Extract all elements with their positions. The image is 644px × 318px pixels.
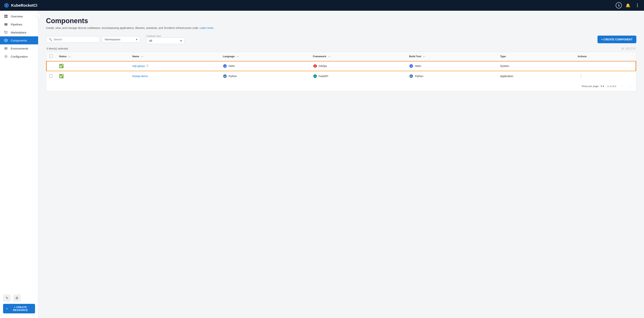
row1-name-cell: edp-gitops ⓘ bbox=[129, 61, 220, 71]
search-input[interactable] bbox=[54, 38, 97, 41]
python-language-icon: Py bbox=[223, 74, 227, 78]
sidebar-environments-label: Environments bbox=[11, 47, 28, 50]
pagination: Rows per page: 5 ▾ 1–2 of 2 ‹ › bbox=[46, 81, 636, 91]
status-ok-icon: ✅ bbox=[59, 74, 64, 78]
row1-checkbox-cell bbox=[46, 61, 56, 71]
language-sort-icon: ▲▼ bbox=[236, 56, 239, 57]
svg-rect-6 bbox=[4, 24, 8, 25]
th-checkbox bbox=[46, 52, 56, 61]
row2-language-cell: Py Python bbox=[220, 71, 310, 81]
sidebar-item-configuration[interactable]: Configuration bbox=[0, 52, 38, 60]
rows-per-page-select[interactable]: 5 ▾ bbox=[601, 85, 604, 88]
svg-point-8 bbox=[5, 33, 6, 34]
selection-count: 0 item(s) selected bbox=[47, 47, 68, 50]
sidebar-components-label: Components bbox=[11, 39, 27, 42]
create-resource-button[interactable]: + + CREATE RESOURCE bbox=[3, 304, 35, 314]
row2-name-cell: fastapi-demo bbox=[129, 71, 220, 81]
sidebar-overview-label: Overview bbox=[11, 15, 23, 18]
settings-icon-button[interactable]: ⚙ bbox=[13, 294, 21, 302]
namespaces-select[interactable]: Namespaces ▾ bbox=[102, 36, 140, 43]
more-icon: ⋮ bbox=[635, 3, 639, 8]
delete-label: DELETE bbox=[625, 47, 636, 50]
th-status[interactable]: Status ▲▼ bbox=[56, 52, 129, 61]
svg-point-15 bbox=[6, 56, 6, 57]
delete-button: 🗑 DELETE bbox=[622, 47, 636, 50]
rows-per-page-group: Rows per page: 5 ▾ bbox=[582, 85, 604, 88]
delete-icon: 🗑 bbox=[622, 47, 624, 50]
page-description: Create, view, and manage diverse codebas… bbox=[46, 26, 636, 29]
th-build-tool[interactable]: Build Tool ▲▼ bbox=[406, 52, 497, 61]
table-row: ✅ fastapi-demo Py Python bbox=[46, 71, 636, 81]
row1-framework-cell: G GitOps bbox=[310, 61, 406, 71]
sidebar-pipelines-label: Pipelines bbox=[11, 23, 22, 26]
sidebar-bottom: ✎ ⚙ + + CREATE RESOURCE bbox=[0, 291, 38, 317]
toolbar: 🔍 Namespaces ▾ Codebase Type All ▾ + CRE… bbox=[46, 35, 636, 44]
sidebar-configuration-label: Configuration bbox=[11, 55, 28, 58]
svg-rect-4 bbox=[6, 16, 8, 18]
app-logo[interactable]: KubeRocketCI bbox=[4, 3, 616, 8]
sidebar-item-environments[interactable]: Environments bbox=[0, 44, 38, 52]
status-sort-icon: ▲▼ bbox=[68, 56, 71, 57]
select-all-checkbox[interactable] bbox=[50, 54, 52, 58]
component-name-link[interactable]: edp-gitops ⓘ bbox=[132, 64, 217, 68]
main-content: Components Create, view, and manage dive… bbox=[38, 11, 644, 318]
sidebar-marketplace-label: Marketplace bbox=[11, 31, 26, 34]
component-name-link[interactable]: fastapi-demo bbox=[132, 75, 217, 78]
row1-status-cell: ✅ bbox=[56, 61, 129, 71]
sidebar-collapse-button[interactable]: ‹ bbox=[36, 13, 41, 19]
sidebar-item-components[interactable]: Components bbox=[0, 36, 38, 44]
svg-text:Py: Py bbox=[410, 76, 412, 77]
rows-per-page-chevron-icon: ▾ bbox=[603, 85, 604, 88]
sidebar-item-marketplace[interactable]: Marketplace bbox=[0, 28, 38, 36]
sidebar: ‹ Overview Pipelines Marketplace Compone bbox=[0, 11, 38, 318]
codebase-type-select[interactable]: All ▾ bbox=[146, 37, 184, 44]
next-page-button[interactable]: › bbox=[628, 83, 633, 89]
search-icon: 🔍 bbox=[49, 38, 52, 41]
gitops-framework-icon: G bbox=[313, 64, 317, 68]
top-navigation: KubeRocketCI ℹ 🔔 ⋮ bbox=[0, 0, 644, 11]
svg-rect-1 bbox=[4, 15, 6, 16]
codebase-type-value: All bbox=[149, 39, 152, 42]
prev-page-button[interactable]: ‹ bbox=[619, 83, 625, 89]
svg-rect-5 bbox=[4, 23, 8, 24]
edit-icon-button[interactable]: ✎ bbox=[3, 294, 11, 302]
components-icon bbox=[4, 39, 8, 42]
pipelines-icon bbox=[4, 22, 8, 26]
configuration-icon bbox=[4, 55, 8, 58]
name-sort-icon: ▲▼ bbox=[140, 56, 144, 57]
settings-icon: ⚙ bbox=[15, 296, 18, 300]
edit-icon: ✎ bbox=[6, 296, 8, 300]
th-name[interactable]: Name ▲▼ bbox=[129, 52, 220, 61]
python-buildtool-icon: Py bbox=[409, 74, 413, 78]
marketplace-icon bbox=[4, 31, 8, 34]
build-tool-sort-icon: ▲▼ bbox=[422, 56, 426, 57]
th-actions: Actions bbox=[574, 52, 636, 61]
codebase-type-group: Codebase Type All ▾ bbox=[146, 35, 184, 44]
row2-framework-cell: ⚡ FastAPI bbox=[310, 71, 406, 81]
svg-point-9 bbox=[6, 33, 7, 34]
fastapi-framework-icon: ⚡ bbox=[313, 74, 317, 78]
row2-type-cell: Application bbox=[497, 71, 575, 81]
environments-icon bbox=[4, 47, 8, 50]
search-box[interactable]: 🔍 bbox=[46, 36, 100, 43]
info-button[interactable]: ℹ bbox=[616, 2, 622, 8]
row2-actions-cell: ⋮ bbox=[574, 71, 636, 81]
notification-button[interactable]: 🔔 bbox=[625, 2, 631, 8]
status-ok-icon: ✅ bbox=[59, 64, 64, 68]
th-language[interactable]: Language ▲▼ bbox=[220, 52, 310, 61]
row2-checkbox-cell bbox=[46, 71, 56, 81]
th-framework[interactable]: Framework ▲▼ bbox=[310, 52, 406, 61]
row2-actions-button[interactable]: ⋮ bbox=[578, 73, 584, 79]
sidebar-item-overview[interactable]: Overview bbox=[0, 12, 38, 20]
row2-checkbox[interactable] bbox=[50, 74, 52, 77]
create-component-button[interactable]: + CREATE COMPONENT bbox=[598, 35, 636, 43]
namespaces-label: Namespaces bbox=[105, 38, 120, 41]
th-type: Type bbox=[497, 52, 575, 61]
table-header-row: Status ▲▼ Name ▲▼ Language ▲▼ Framewor bbox=[46, 52, 636, 61]
more-menu-button[interactable]: ⋮ bbox=[634, 2, 640, 8]
component-info-icon[interactable]: ⓘ bbox=[146, 64, 149, 68]
bell-icon: 🔔 bbox=[626, 3, 630, 8]
learn-more-link[interactable]: Learn more. bbox=[200, 26, 214, 29]
row1-actions-cell bbox=[574, 61, 636, 71]
sidebar-item-pipelines[interactable]: Pipelines bbox=[0, 20, 38, 28]
